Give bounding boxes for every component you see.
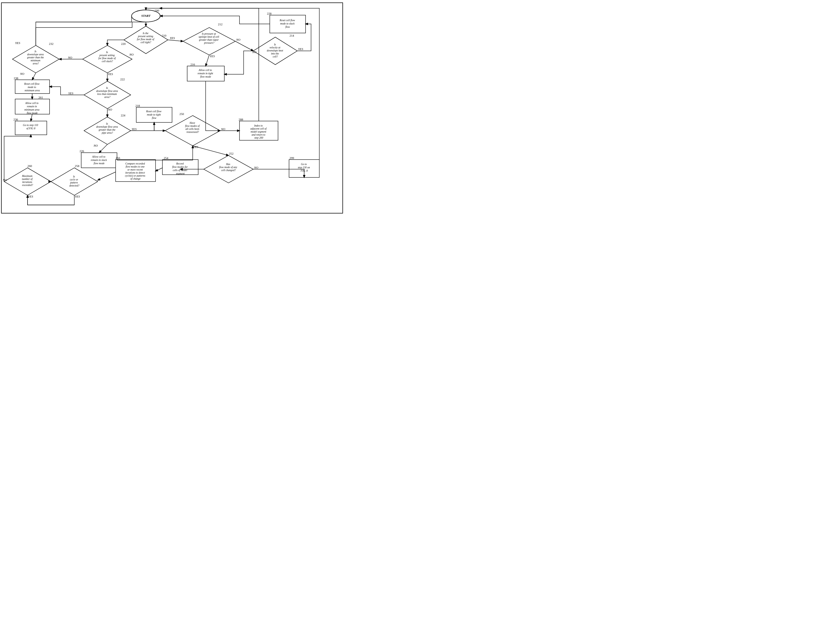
svg-text:258: 258: [75, 164, 80, 168]
svg-text:YES: YES: [210, 54, 215, 58]
svg-line-108: [98, 172, 116, 180]
svg-text:YES: YES: [193, 145, 198, 149]
svg-text:NO: NO: [129, 53, 133, 56]
svg-text:256: 256: [116, 156, 120, 160]
svg-text:NO: NO: [236, 38, 240, 41]
svg-text:212: 212: [218, 23, 223, 26]
svg-line-93: [205, 55, 209, 66]
svg-text:224: 224: [121, 114, 125, 117]
svg-text:222: 222: [120, 78, 125, 81]
svg-line-92: [168, 40, 183, 41]
svg-text:236: 236: [14, 118, 18, 121]
svg-text:YES: YES: [298, 47, 303, 51]
svg-text:232: 232: [49, 42, 54, 45]
svg-line-102: [31, 114, 32, 121]
svg-text:NO: NO: [93, 144, 98, 147]
svg-text:250: 250: [179, 112, 184, 116]
svg-text:220: 220: [121, 42, 126, 45]
svg-text:214: 214: [290, 34, 294, 37]
svg-text:260: 260: [28, 164, 32, 168]
svg-line-94: [235, 41, 253, 51]
svg-text:238: 238: [14, 77, 19, 80]
svg-text:288: 288: [239, 118, 243, 121]
svg-text:299: 299: [290, 156, 294, 160]
svg-text:226: 226: [80, 149, 84, 153]
svg-text:YES: YES: [131, 127, 137, 131]
svg-text:NO: NO: [221, 127, 225, 131]
svg-line-98: [99, 145, 107, 153]
svg-text:200: 200: [155, 9, 159, 12]
svg-text:YES: YES: [68, 92, 74, 95]
svg-text:216: 216: [190, 63, 195, 66]
svg-text:228: 228: [267, 12, 272, 15]
svg-text:NO: NO: [20, 72, 24, 75]
svg-line-104: [193, 146, 229, 156]
svg-text:YES: YES: [75, 195, 80, 198]
svg-text:252: 252: [229, 152, 234, 155]
svg-text:261: 261: [39, 96, 43, 99]
flowchart-diagram: START 200 Is the present setting for flo…: [0, 0, 344, 214]
svg-marker-8: [183, 28, 235, 55]
svg-line-100: [32, 73, 36, 80]
svg-text:NO: NO: [68, 56, 72, 59]
svg-text:YES: YES: [28, 195, 33, 198]
svg-text:START: START: [141, 14, 151, 17]
svg-text:YES: YES: [15, 41, 20, 45]
svg-text:NO: NO: [108, 108, 112, 111]
svg-text:YES: YES: [170, 36, 175, 40]
svg-text:218: 218: [136, 104, 140, 107]
svg-text:NO: NO: [3, 178, 7, 182]
svg-text:YES: YES: [108, 72, 113, 75]
svg-text:254: 254: [164, 156, 168, 160]
svg-line-107: [156, 168, 162, 171]
svg-text:210: 210: [162, 34, 167, 37]
svg-text:NO: NO: [254, 166, 258, 169]
svg-text:Maximum
    number of
    iter: Maximum number of iterations exceeded?: [22, 175, 33, 186]
